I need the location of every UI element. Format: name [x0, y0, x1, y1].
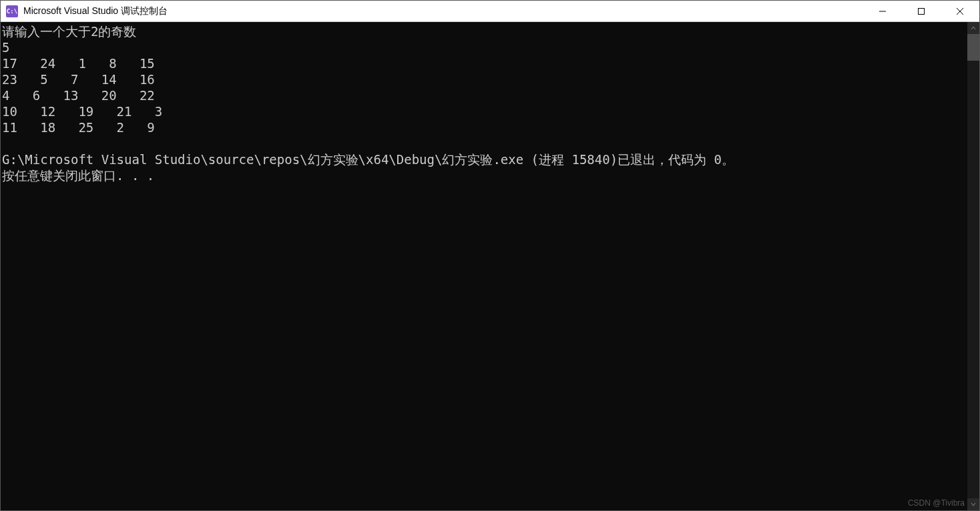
scroll-down-button[interactable] [967, 498, 979, 510]
chevron-up-icon [971, 25, 976, 31]
scroll-thumb[interactable] [967, 34, 979, 61]
input-line: 5 [2, 40, 9, 55]
scroll-up-button[interactable] [967, 22, 979, 34]
matrix-row: 23 5 7 14 16 [2, 72, 155, 87]
minimize-button[interactable] [863, 1, 902, 21]
minimize-icon [879, 7, 887, 15]
console-area: 请输入一个大于2的奇数 5 17 24 1 8 15 23 5 7 14 16 … [1, 22, 979, 510]
chevron-down-icon [971, 502, 976, 507]
app-icon-text: C:\ [7, 8, 17, 15]
window-controls [863, 1, 979, 21]
close-button[interactable] [941, 1, 979, 21]
scroll-track[interactable] [967, 61, 979, 498]
matrix-row: 10 12 19 21 3 [2, 104, 162, 119]
watermark-text: CSDN @Tivibra [908, 498, 965, 508]
matrix-row: 11 18 25 2 9 [2, 120, 155, 135]
matrix-row: 17 24 1 8 15 [2, 56, 155, 71]
app-window: C:\ Microsoft Visual Studio 调试控制台 请输入一个大… [0, 0, 980, 511]
press-key-line: 按任意键关闭此窗口. . . [2, 168, 154, 183]
maximize-icon [917, 7, 925, 15]
svg-rect-1 [919, 8, 925, 14]
vertical-scrollbar[interactable] [967, 22, 979, 510]
titlebar[interactable]: C:\ Microsoft Visual Studio 调试控制台 [1, 1, 979, 22]
app-icon: C:\ [6, 5, 18, 17]
prompt-line: 请输入一个大于2的奇数 [2, 24, 136, 39]
console-output[interactable]: 请输入一个大于2的奇数 5 17 24 1 8 15 23 5 7 14 16 … [1, 22, 967, 510]
exit-line: G:\Microsoft Visual Studio\source\repos\… [2, 152, 734, 167]
matrix-row: 4 6 13 20 22 [2, 88, 155, 103]
close-icon [956, 7, 964, 15]
maximize-button[interactable] [902, 1, 941, 21]
window-title: Microsoft Visual Studio 调试控制台 [23, 5, 168, 17]
